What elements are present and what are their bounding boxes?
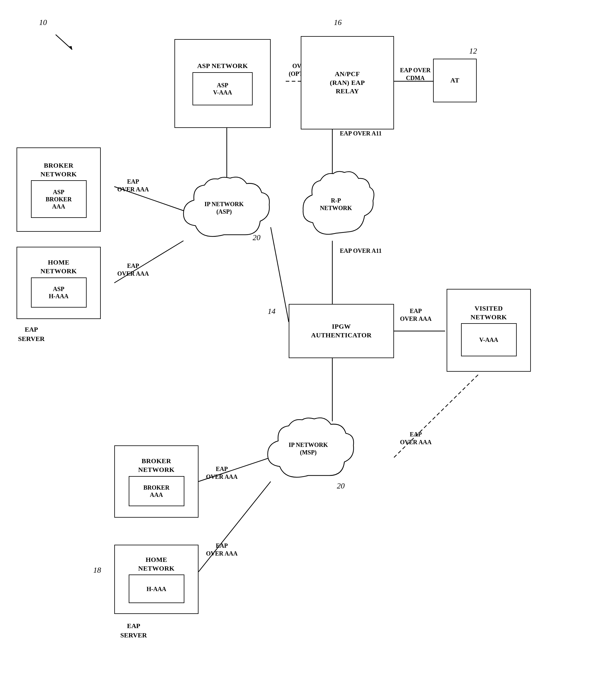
vaaa-label: V-AAA — [477, 335, 500, 345]
rp-network-cloud: R-P NETWORK — [298, 167, 374, 242]
svg-text:(ASP): (ASP) — [216, 208, 232, 215]
ref-12: 12 — [469, 47, 477, 56]
ipgw-authenticator-label: IPGWAUTHENTICATOR — [311, 322, 371, 340]
broker-aaa-label: BROKERAAA — [142, 483, 172, 500]
broker-aaa-box: BROKERAAA — [129, 476, 184, 506]
ref-20-bottom: 20 — [337, 481, 345, 491]
ip-network-msp-cloud: IP NETWORK (MSP) — [262, 415, 355, 486]
broker-network-top-label: BROKERNETWORK — [41, 161, 77, 178]
haaa-label: H-AAA — [145, 584, 168, 594]
an-pcf-label: AN/PCF(RAN) EAPRELAY — [330, 70, 365, 96]
diagram: 10 16 12 ASP NETWORK ASPV-AAA EAPOVER A1… — [0, 0, 597, 700]
eap-over-a11-top-label: EAP OVER A11 — [340, 129, 382, 137]
haaa-box: H-AAA — [129, 575, 184, 603]
at-label: AT — [450, 76, 460, 85]
visited-network-label: VISITEDNETWORK — [471, 304, 507, 321]
home-network-top-label: HOMENETWORK — [41, 258, 77, 275]
svg-text:IP NETWORK: IP NETWORK — [205, 201, 244, 207]
svg-text:IP NETWORK: IP NETWORK — [289, 442, 328, 448]
eap-over-aaa-broker-top-label: EAPOVER AAA — [117, 178, 149, 193]
svg-text:R-P: R-P — [331, 197, 341, 204]
ref-20-top: 20 — [253, 233, 260, 242]
an-pcf-box: AN/PCF(RAN) EAPRELAY — [301, 36, 394, 129]
eap-over-aaa-msp-visited-label: EAPOVER AAA — [400, 430, 432, 446]
svg-line-0 — [56, 34, 72, 50]
ref-10: 10 — [39, 18, 47, 27]
asp-network-label: ASP NETWORK — [197, 62, 248, 70]
asp-haaa-label: ASPH-AAA — [47, 284, 70, 301]
svg-line-13 — [199, 481, 271, 572]
ref-14: 14 — [268, 307, 276, 316]
eap-over-aaa-visited-label: EAPOVER AAA — [400, 307, 432, 323]
svg-text:NETWORK: NETWORK — [320, 205, 352, 211]
asp-vaaa-box: ASPV-AAA — [192, 72, 253, 105]
home-network-bottom-label: HOMENETWORK — [138, 555, 175, 573]
svg-text:(MSP): (MSP) — [300, 449, 317, 456]
broker-network-bottom-label: BROKERNETWORK — [138, 457, 175, 474]
eap-over-a11-bottom-label: EAP OVER A11 — [340, 247, 382, 255]
asp-haaa-box: ASPH-AAA — [31, 277, 87, 307]
visited-network-box: VISITEDNETWORK V-AAA — [447, 289, 531, 372]
ref-18: 18 — [93, 566, 101, 575]
eap-over-aaa-broker-bottom-label: EAPOVER AAA — [206, 465, 238, 481]
asp-broker-aaa-box: ASPBROKERAAA — [31, 180, 87, 218]
broker-network-top-box: BROKERNETWORK ASPBROKERAAA — [17, 147, 101, 232]
at-box: AT — [433, 59, 477, 102]
home-network-top-box: HOMENETWORK ASPH-AAA — [17, 247, 101, 319]
asp-network-box: ASP NETWORK ASPV-AAA — [175, 39, 271, 128]
ipgw-authenticator-box: IPGWAUTHENTICATOR — [289, 304, 394, 358]
asp-broker-aaa-label: ASPBROKERAAA — [44, 187, 74, 211]
broker-network-bottom-box: BROKERNETWORK BROKERAAA — [114, 445, 199, 518]
eap-over-aaa-home-top-label: EAPOVER AAA — [117, 262, 149, 277]
eap-server-bottom-label: EAPSERVER — [120, 622, 147, 640]
vaaa-box: V-AAA — [461, 323, 517, 356]
svg-marker-1 — [69, 46, 72, 50]
ref-16: 16 — [334, 18, 342, 27]
eap-over-aaa-home-bottom-label: EAPOVER AAA — [206, 542, 238, 557]
eap-server-top-label: EAPSERVER — [18, 325, 45, 344]
asp-vaaa-label: ASPV-AAA — [211, 80, 234, 97]
eap-over-cdma-label: EAP OVERCDMA — [400, 66, 431, 82]
home-network-bottom-box: HOMENETWORK H-AAA — [114, 545, 199, 614]
